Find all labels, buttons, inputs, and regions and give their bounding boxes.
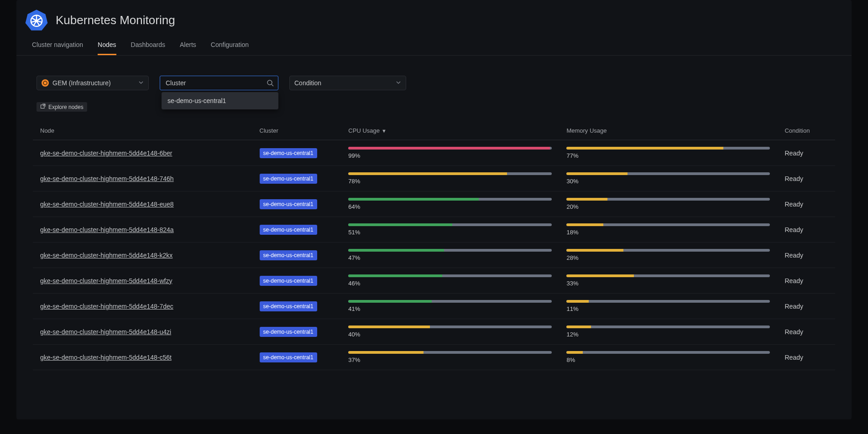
memory-usage-bar [566,351,770,354]
cluster-badge[interactable]: se-demo-us-central1 [260,327,317,337]
cluster-dropdown-option[interactable]: se-demo-us-central1 [162,93,278,109]
cpu-usage-bar [348,147,552,150]
cluster-badge[interactable]: se-demo-us-central1 [260,225,317,235]
explore-nodes-button[interactable]: Explore nodes [37,102,87,112]
cluster-badge[interactable]: se-demo-us-central1 [260,174,317,184]
memory-usage-value: 20% [566,203,770,210]
condition-value: Ready [777,191,835,217]
datasource-select[interactable]: GEM (Infrastructure) [37,76,149,90]
tab-cluster-navigation[interactable]: Cluster navigation [32,36,83,55]
tab-dashboards[interactable]: Dashboards [131,36,166,55]
cpu-usage-value: 47% [348,254,552,261]
cpu-usage-value: 46% [348,280,552,287]
cluster-badge[interactable]: se-demo-us-central1 [260,199,317,209]
condition-value: Ready [777,268,835,294]
cpu-usage-value: 41% [348,305,552,312]
memory-usage-value: 33% [566,280,770,287]
nodes-table: Node Cluster CPU Usage▼ Memory Usage Con… [33,122,835,370]
table-row: gke-se-demo-cluster-highmem-5dd4e148-6be… [33,140,835,166]
cpu-usage-value: 51% [348,229,552,236]
cluster-search-input[interactable] [160,76,278,90]
datasource-label: GEM (Infrastructure) [52,79,111,87]
condition-label: Condition [294,79,321,87]
memory-usage-bar [566,198,770,201]
table-row: gke-se-demo-cluster-highmem-5dd4e148-k2k… [33,243,835,268]
svg-point-10 [43,81,47,85]
memory-usage-value: 18% [566,229,770,236]
cluster-dropdown: se-demo-us-central1 [162,92,278,109]
memory-usage-bar [566,326,770,328]
condition-value: Ready [777,319,835,345]
cpu-usage-bar [348,249,552,252]
table-row: gke-se-demo-cluster-highmem-5dd4e148-746… [33,166,835,191]
node-link[interactable]: gke-se-demo-cluster-highmem-5dd4e148-824… [40,226,174,233]
memory-usage-value: 30% [566,178,770,185]
cpu-usage-bar [348,198,552,201]
node-link[interactable]: gke-se-demo-cluster-highmem-5dd4e148-wfz… [40,277,172,284]
cpu-usage-value: 64% [348,203,552,210]
column-header-condition[interactable]: Condition [777,122,835,140]
tab-configuration[interactable]: Configuration [211,36,249,55]
condition-value: Ready [777,345,835,370]
column-header-memory[interactable]: Memory Usage [559,122,777,140]
node-link[interactable]: gke-se-demo-cluster-highmem-5dd4e148-7de… [40,303,173,310]
tab-alerts[interactable]: Alerts [180,36,196,55]
cpu-usage-bar [348,274,552,277]
cpu-usage-value: 99% [348,152,552,159]
cpu-usage-value: 78% [348,178,552,185]
memory-usage-bar [566,300,770,303]
cluster-badge[interactable]: se-demo-us-central1 [260,148,317,158]
external-link-icon [40,103,46,110]
explore-nodes-label: Explore nodes [48,104,84,110]
cpu-usage-value: 37% [348,356,552,363]
cpu-usage-bar [348,351,552,354]
column-header-cpu[interactable]: CPU Usage▼ [341,122,559,140]
table-row: gke-se-demo-cluster-highmem-5dd4e148-wfz… [33,268,835,294]
cpu-usage-value: 40% [348,331,552,338]
datasource-icon [42,79,49,87]
node-link[interactable]: gke-se-demo-cluster-highmem-5dd4e148-k2k… [40,252,173,259]
chevron-down-icon [396,79,401,87]
memory-usage-bar [566,172,770,175]
cluster-badge[interactable]: se-demo-us-central1 [260,352,317,362]
memory-usage-bar [566,274,770,277]
table-row: gke-se-demo-cluster-highmem-5dd4e148-7de… [33,294,835,319]
node-link[interactable]: gke-se-demo-cluster-highmem-5dd4e148-6be… [40,150,172,157]
node-link[interactable]: gke-se-demo-cluster-highmem-5dd4e148-c56… [40,354,172,361]
memory-usage-value: 8% [566,356,770,363]
table-row: gke-se-demo-cluster-highmem-5dd4e148-c56… [33,345,835,370]
table-row: gke-se-demo-cluster-highmem-5dd4e148-824… [33,217,835,243]
column-header-node[interactable]: Node [33,122,252,140]
memory-usage-bar [566,249,770,252]
sort-desc-icon: ▼ [382,128,387,134]
tab-nodes[interactable]: Nodes [98,36,116,55]
search-icon [267,79,274,88]
condition-value: Ready [777,166,835,191]
cluster-badge[interactable]: se-demo-us-central1 [260,250,317,260]
cluster-badge[interactable]: se-demo-us-central1 [260,276,317,286]
memory-usage-bar [566,223,770,226]
page-title: Kubernetes Monitoring [56,13,175,27]
cpu-usage-bar [348,300,552,303]
svg-point-11 [267,80,272,85]
condition-value: Ready [777,294,835,319]
cpu-usage-bar [348,326,552,328]
cpu-usage-bar [348,172,552,175]
condition-value: Ready [777,140,835,166]
kubernetes-logo-icon [25,8,48,32]
node-link[interactable]: gke-se-demo-cluster-highmem-5dd4e148-u4z… [40,328,171,336]
cluster-badge[interactable]: se-demo-us-central1 [260,301,317,311]
node-link[interactable]: gke-se-demo-cluster-highmem-5dd4e148-746… [40,175,174,182]
condition-value: Ready [777,217,835,243]
table-row: gke-se-demo-cluster-highmem-5dd4e148-u4z… [33,319,835,345]
memory-usage-value: 11% [566,305,770,312]
svg-line-12 [272,84,273,86]
cpu-usage-bar [348,223,552,226]
column-header-cluster[interactable]: Cluster [252,122,341,140]
memory-usage-value: 12% [566,331,770,338]
memory-usage-value: 77% [566,152,770,159]
condition-select[interactable]: Condition [289,76,406,90]
table-row: gke-se-demo-cluster-highmem-5dd4e148-eue… [33,191,835,217]
memory-usage-value: 28% [566,254,770,261]
node-link[interactable]: gke-se-demo-cluster-highmem-5dd4e148-eue… [40,201,174,208]
